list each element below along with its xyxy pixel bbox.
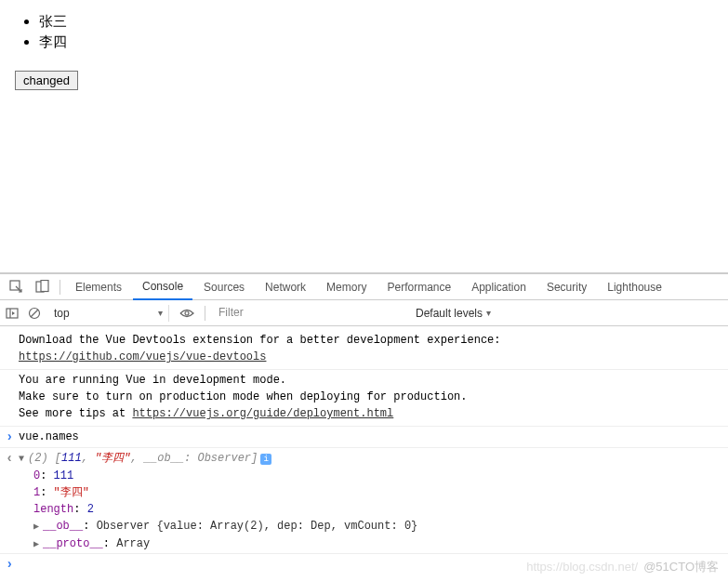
object-row[interactable]: length: 2: [33, 501, 721, 518]
console-message: You are running Vue in development mode.…: [0, 370, 728, 427]
tab-performance[interactable]: Performance: [377, 275, 460, 299]
message-link[interactable]: https://github.com/vuejs/vue-devtools: [19, 350, 266, 363]
inspect-icon[interactable]: [8, 280, 23, 295]
eye-icon[interactable]: [179, 305, 195, 322]
list-item: 张三: [39, 11, 717, 32]
console-output: ▼(2) [111, "李四", __ob__: Observer]i 0: 1…: [0, 448, 728, 553]
sidebar-toggle-icon[interactable]: [4, 305, 20, 322]
svg-rect-2: [41, 281, 48, 292]
levels-select[interactable]: Default levels: [416, 307, 491, 320]
expand-arrow-icon[interactable]: ▼: [19, 451, 28, 468]
page-content: 张三 李四 changed: [0, 0, 728, 273]
expand-arrow-icon[interactable]: ▶: [33, 519, 43, 535]
device-icon[interactable]: [34, 280, 49, 295]
object-row[interactable]: ▶__ob__: Observer {value: Array(2), dep:…: [33, 518, 721, 535]
tab-lighthouse[interactable]: Lighthouse: [598, 275, 671, 299]
filter-input[interactable]: [215, 304, 401, 322]
info-icon[interactable]: i: [260, 454, 271, 465]
levels-label: Default levels: [416, 307, 483, 320]
clear-icon[interactable]: [26, 305, 43, 322]
object-row[interactable]: ▶__proto__: Array: [33, 535, 721, 553]
changed-button[interactable]: changed: [15, 71, 78, 90]
tab-memory[interactable]: Memory: [317, 275, 376, 299]
tab-application[interactable]: Application: [462, 275, 536, 299]
message-text: Make sure to turn on production mode whe…: [19, 389, 709, 405]
tab-elements[interactable]: Elements: [66, 275, 131, 299]
devtools-tabs: Elements Console Sources Network Memory …: [0, 274, 728, 300]
watermark: https://blog.csdn.net/@51CTO博客: [526, 559, 719, 575]
tab-sources[interactable]: Sources: [194, 275, 254, 299]
svg-point-7: [185, 311, 189, 315]
context-label: top: [54, 307, 70, 320]
divider: [60, 280, 60, 295]
console-toolbar: top Default levels: [0, 300, 728, 326]
input-text: vue.names: [19, 430, 79, 443]
console-input-echo: vue.names: [0, 427, 728, 448]
message-text: See more tips at https://vuejs.org/guide…: [19, 405, 709, 422]
console-body: Download the Vue Devtools extension for …: [0, 326, 728, 578]
context-select[interactable]: top: [48, 305, 169, 322]
devtools-panel: Elements Console Sources Network Memory …: [0, 273, 728, 578]
names-list: 张三 李四: [39, 11, 717, 52]
message-text: You are running Vue in development mode.: [19, 372, 709, 389]
message-link[interactable]: https://vuejs.org/guide/deployment.html: [132, 407, 393, 420]
expanded-object: 0: 111 1: "李四" length: 2 ▶__ob__: Observ…: [19, 468, 721, 553]
tab-network[interactable]: Network: [256, 275, 315, 299]
svg-line-6: [31, 310, 38, 317]
tab-security[interactable]: Security: [537, 275, 596, 299]
object-row[interactable]: 1: "李四": [33, 484, 721, 501]
expand-arrow-icon[interactable]: ▶: [33, 536, 43, 553]
tab-console[interactable]: Console: [133, 274, 192, 300]
message-text: Download the Vue Devtools extension for …: [19, 332, 709, 349]
object-row[interactable]: 0: 111: [33, 468, 721, 484]
array-summary[interactable]: (2) [111, "李四", __ob__: Observer]: [28, 452, 258, 465]
console-message: Download the Vue Devtools extension for …: [0, 330, 728, 370]
divider: [205, 306, 205, 321]
list-item: 李四: [39, 32, 717, 52]
